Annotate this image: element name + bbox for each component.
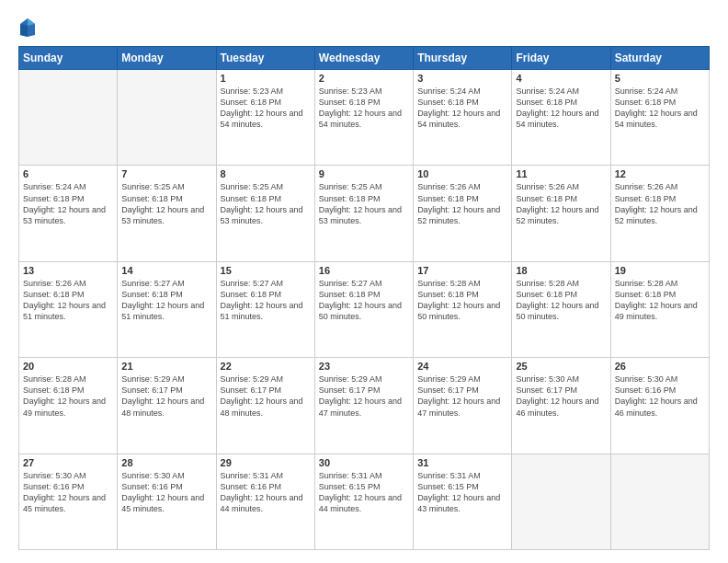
day-number: 17	[417, 265, 507, 276]
day-info: Sunrise: 5:24 AMSunset: 6:18 PMDaylight:…	[615, 86, 705, 131]
day-number: 10	[417, 168, 507, 179]
day-info: Sunrise: 5:27 AMSunset: 6:18 PMDaylight:…	[121, 278, 211, 323]
calendar-day-cell: 29Sunrise: 5:31 AMSunset: 6:16 PMDayligh…	[216, 454, 314, 549]
day-number: 27	[23, 457, 113, 468]
day-info: Sunrise: 5:31 AMSunset: 6:16 PMDaylight:…	[221, 470, 311, 515]
calendar-day-cell: 20Sunrise: 5:28 AMSunset: 6:18 PMDayligh…	[19, 358, 118, 454]
calendar-day-cell: 11Sunrise: 5:26 AMSunset: 6:18 PMDayligh…	[512, 166, 610, 261]
day-info: Sunrise: 5:27 AMSunset: 6:18 PMDaylight:…	[221, 278, 311, 323]
calendar-day-cell: 30Sunrise: 5:31 AMSunset: 6:15 PMDayligh…	[314, 454, 413, 549]
day-number: 7	[121, 168, 211, 179]
day-info: Sunrise: 5:27 AMSunset: 6:18 PMDaylight:…	[319, 278, 409, 323]
calendar-day-cell: 31Sunrise: 5:31 AMSunset: 6:15 PMDayligh…	[414, 454, 512, 549]
logo	[18, 17, 40, 39]
day-number: 23	[319, 361, 409, 372]
day-info: Sunrise: 5:30 AMSunset: 6:16 PMDaylight:…	[615, 373, 705, 419]
day-info: Sunrise: 5:24 AMSunset: 6:18 PMDaylight:…	[417, 86, 507, 131]
day-number: 13	[23, 265, 113, 276]
day-info: Sunrise: 5:28 AMSunset: 6:18 PMDaylight:…	[615, 278, 705, 323]
day-info: Sunrise: 5:30 AMSunset: 6:16 PMDaylight:…	[23, 470, 113, 515]
day-info: Sunrise: 5:26 AMSunset: 6:18 PMDaylight:…	[417, 181, 507, 226]
calendar-day-header: Friday	[512, 47, 610, 70]
calendar-day-cell: 26Sunrise: 5:30 AMSunset: 6:16 PMDayligh…	[610, 358, 709, 454]
calendar-day-cell: 9Sunrise: 5:25 AMSunset: 6:18 PMDaylight…	[314, 166, 413, 261]
day-number: 24	[417, 361, 507, 372]
calendar-day-cell: 8Sunrise: 5:25 AMSunset: 6:18 PMDaylight…	[216, 166, 314, 261]
calendar-day-cell: 2Sunrise: 5:23 AMSunset: 6:18 PMDaylight…	[314, 70, 413, 166]
calendar-day-cell: 14Sunrise: 5:27 AMSunset: 6:18 PMDayligh…	[118, 261, 216, 357]
calendar-day-cell: 28Sunrise: 5:30 AMSunset: 6:16 PMDayligh…	[118, 454, 216, 549]
day-number: 29	[221, 457, 311, 468]
day-number: 20	[23, 361, 113, 372]
day-info: Sunrise: 5:29 AMSunset: 6:17 PMDaylight:…	[121, 373, 211, 419]
calendar-day-cell: 23Sunrise: 5:29 AMSunset: 6:17 PMDayligh…	[314, 358, 413, 454]
calendar-week-row: 6Sunrise: 5:24 AMSunset: 6:18 PMDaylight…	[19, 166, 710, 261]
day-number: 28	[121, 457, 211, 468]
day-info: Sunrise: 5:25 AMSunset: 6:18 PMDaylight:…	[319, 181, 409, 226]
day-number: 12	[615, 168, 705, 179]
calendar-header-row: SundayMondayTuesdayWednesdayThursdayFrid…	[19, 47, 710, 70]
calendar-day-cell: 16Sunrise: 5:27 AMSunset: 6:18 PMDayligh…	[314, 261, 413, 357]
day-number: 25	[516, 361, 606, 372]
day-info: Sunrise: 5:25 AMSunset: 6:18 PMDaylight:…	[121, 181, 211, 226]
day-number: 19	[615, 265, 705, 276]
calendar-day-cell: 18Sunrise: 5:28 AMSunset: 6:18 PMDayligh…	[512, 261, 610, 357]
calendar-day-cell: 25Sunrise: 5:30 AMSunset: 6:17 PMDayligh…	[512, 358, 610, 454]
svg-marker-2	[20, 24, 28, 37]
calendar-day-header: Wednesday	[314, 47, 413, 70]
calendar-day-cell: 24Sunrise: 5:29 AMSunset: 6:17 PMDayligh…	[414, 358, 512, 454]
calendar-week-row: 13Sunrise: 5:26 AMSunset: 6:18 PMDayligh…	[19, 261, 710, 357]
calendar-day-cell: 15Sunrise: 5:27 AMSunset: 6:18 PMDayligh…	[216, 261, 314, 357]
day-info: Sunrise: 5:26 AMSunset: 6:18 PMDaylight:…	[615, 181, 705, 226]
day-number: 6	[23, 168, 113, 179]
day-info: Sunrise: 5:31 AMSunset: 6:15 PMDaylight:…	[417, 470, 507, 515]
calendar-day-cell: 3Sunrise: 5:24 AMSunset: 6:18 PMDaylight…	[414, 70, 512, 166]
day-info: Sunrise: 5:30 AMSunset: 6:17 PMDaylight:…	[516, 373, 606, 419]
day-number: 5	[615, 73, 705, 84]
calendar-day-cell: 22Sunrise: 5:29 AMSunset: 6:17 PMDayligh…	[216, 358, 314, 454]
calendar-day-header: Saturday	[610, 47, 709, 70]
page-header	[18, 17, 710, 39]
calendar-day-cell: 19Sunrise: 5:28 AMSunset: 6:18 PMDayligh…	[610, 261, 709, 357]
calendar-day-header: Monday	[118, 47, 216, 70]
day-info: Sunrise: 5:24 AMSunset: 6:18 PMDaylight:…	[516, 86, 606, 131]
day-info: Sunrise: 5:23 AMSunset: 6:18 PMDaylight:…	[221, 86, 311, 131]
calendar-day-cell: 21Sunrise: 5:29 AMSunset: 6:17 PMDayligh…	[118, 358, 216, 454]
calendar-day-cell: 12Sunrise: 5:26 AMSunset: 6:18 PMDayligh…	[610, 166, 709, 261]
day-info: Sunrise: 5:29 AMSunset: 6:17 PMDaylight:…	[417, 373, 507, 419]
calendar-day-cell	[118, 70, 216, 166]
calendar-day-cell	[512, 454, 610, 549]
day-number: 14	[121, 265, 211, 276]
day-number: 15	[221, 265, 311, 276]
calendar-day-cell: 27Sunrise: 5:30 AMSunset: 6:16 PMDayligh…	[19, 454, 118, 549]
calendar-day-cell: 1Sunrise: 5:23 AMSunset: 6:18 PMDaylight…	[216, 70, 314, 166]
calendar-day-cell: 7Sunrise: 5:25 AMSunset: 6:18 PMDaylight…	[118, 166, 216, 261]
day-info: Sunrise: 5:28 AMSunset: 6:18 PMDaylight:…	[23, 373, 113, 419]
calendar-day-header: Thursday	[414, 47, 512, 70]
day-info: Sunrise: 5:25 AMSunset: 6:18 PMDaylight:…	[221, 181, 311, 226]
day-info: Sunrise: 5:26 AMSunset: 6:18 PMDaylight:…	[516, 181, 606, 226]
day-info: Sunrise: 5:30 AMSunset: 6:16 PMDaylight:…	[121, 470, 211, 515]
calendar-table: SundayMondayTuesdayWednesdayThursdayFrid…	[18, 46, 710, 550]
day-number: 4	[516, 73, 606, 84]
day-info: Sunrise: 5:26 AMSunset: 6:18 PMDaylight:…	[23, 278, 113, 323]
calendar-day-cell: 5Sunrise: 5:24 AMSunset: 6:18 PMDaylight…	[610, 70, 709, 166]
day-number: 18	[516, 265, 606, 276]
day-number: 30	[319, 457, 409, 468]
day-number: 3	[417, 73, 507, 84]
calendar-day-cell	[19, 70, 118, 166]
calendar-day-cell: 13Sunrise: 5:26 AMSunset: 6:18 PMDayligh…	[19, 261, 118, 357]
day-number: 1	[221, 73, 311, 84]
day-info: Sunrise: 5:31 AMSunset: 6:15 PMDaylight:…	[319, 470, 409, 515]
calendar-day-cell	[610, 454, 709, 549]
calendar-day-cell: 6Sunrise: 5:24 AMSunset: 6:18 PMDaylight…	[19, 166, 118, 261]
day-info: Sunrise: 5:23 AMSunset: 6:18 PMDaylight:…	[319, 86, 409, 131]
calendar-week-row: 1Sunrise: 5:23 AMSunset: 6:18 PMDaylight…	[19, 70, 710, 166]
day-number: 31	[417, 457, 507, 468]
calendar-day-cell: 17Sunrise: 5:28 AMSunset: 6:18 PMDayligh…	[414, 261, 512, 357]
day-info: Sunrise: 5:24 AMSunset: 6:18 PMDaylight:…	[23, 181, 113, 226]
day-number: 11	[516, 168, 606, 179]
day-info: Sunrise: 5:28 AMSunset: 6:18 PMDaylight:…	[516, 278, 606, 323]
calendar-week-row: 27Sunrise: 5:30 AMSunset: 6:16 PMDayligh…	[19, 454, 710, 549]
logo-icon	[18, 17, 37, 39]
